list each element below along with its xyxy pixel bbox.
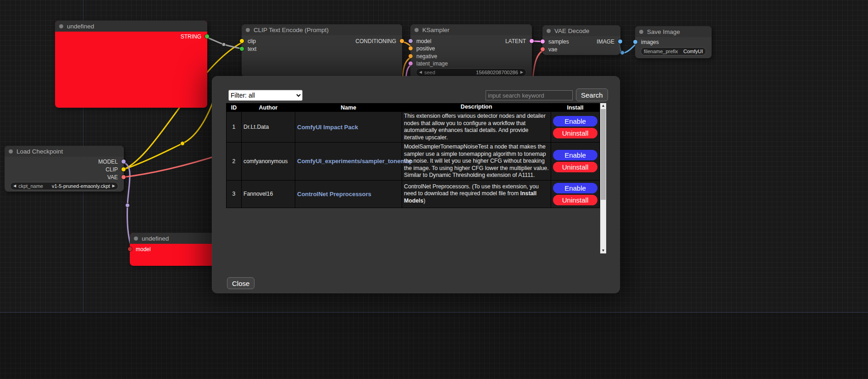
input-model[interactable]: model <box>130 246 221 253</box>
decrement-arrow-icon[interactable]: ◀ <box>13 184 16 188</box>
node-undefined-bottom[interactable]: undefined model <box>130 233 221 266</box>
extension-name-cell: ComfyUI Impact Pack <box>295 112 402 143</box>
header-description: Description <box>402 104 551 112</box>
node-header[interactable]: undefined <box>55 21 207 32</box>
node-header[interactable]: undefined <box>130 233 221 244</box>
seed-widget[interactable]: ◀ seed 156680208700286 ▶ <box>416 68 526 77</box>
extension-name-link[interactable]: ComfyUI Impact Pack <box>297 124 358 131</box>
extension-table-wrap: ID Author Name Description Install 1Dr.L… <box>226 103 606 253</box>
collapse-dot-icon[interactable] <box>9 149 13 154</box>
model-port-icon[interactable] <box>122 159 126 164</box>
port-label: VAE <box>107 174 118 181</box>
output-image[interactable]: IMAGE <box>542 38 620 45</box>
node-graph-canvas[interactable]: undefined STRING CLIP Text Encode (Promp… <box>0 0 868 379</box>
custom-nodes-manager-dialog: Filter: all Search ID Author Name Descri… <box>212 76 620 293</box>
extension-name-link[interactable]: ControlNet Preprocessors <box>297 191 371 198</box>
search-input[interactable] <box>486 90 573 100</box>
widget-value: v1-5-pruned-emaonly.ckpt <box>52 183 110 189</box>
filter-select[interactable]: Filter: all <box>228 90 303 101</box>
vae-port-icon[interactable] <box>122 175 126 179</box>
node-header[interactable]: Save Image <box>635 26 712 37</box>
reroute-dot-image[interactable] <box>620 51 625 55</box>
port-label: IMAGE <box>597 38 614 45</box>
description-text: This extension offers various detector n… <box>404 113 546 141</box>
node-clip-text-encode[interactable]: CLIP Text Encode (Prompt) clip text COND… <box>242 24 402 77</box>
latent-port-icon[interactable] <box>409 61 413 66</box>
output-string[interactable]: STRING <box>55 33 207 40</box>
table-scrollbar[interactable]: ▲ ▼ <box>600 103 606 253</box>
latent-port-icon[interactable] <box>530 39 534 43</box>
extension-description: ControlNet Preprocessors. (To use this e… <box>402 180 551 208</box>
port-label: latent_image <box>416 60 448 67</box>
search-button[interactable]: Search <box>576 88 608 101</box>
input-text[interactable]: text <box>242 45 402 53</box>
extension-install-cell: EnableUninstall <box>551 180 600 208</box>
node-undefined-top[interactable]: undefined STRING <box>55 21 207 108</box>
extension-row: 1Dr.Lt.DataComfyUI Impact PackThis exten… <box>227 112 600 143</box>
output-latent[interactable]: LATENT <box>410 38 532 45</box>
collapse-dot-icon[interactable] <box>415 28 419 32</box>
increment-arrow-icon[interactable]: ▶ <box>112 184 115 188</box>
output-model[interactable]: MODEL <box>5 158 124 165</box>
input-negative[interactable]: negative <box>410 53 532 60</box>
collapse-dot-icon[interactable] <box>547 29 551 33</box>
scrollbar-thumb[interactable] <box>601 109 606 200</box>
input-vae[interactable]: vae <box>542 46 620 53</box>
reroute-dot-string[interactable] <box>222 43 226 46</box>
input-latent-image[interactable]: latent_image <box>410 60 532 67</box>
enable-button[interactable]: Enable <box>553 116 597 126</box>
uninstall-button[interactable]: Uninstall <box>553 128 597 138</box>
clip-port-icon[interactable] <box>122 167 126 171</box>
node-load-checkpoint[interactable]: Load Checkpoint MODEL CLIP VAE ◀ ckpt_na… <box>5 146 124 192</box>
node-vae-decode[interactable]: VAE Decode samples vae IMAGE <box>542 25 620 55</box>
enable-button[interactable]: Enable <box>553 150 597 160</box>
string-port-icon[interactable] <box>240 47 244 51</box>
close-button[interactable]: Close <box>227 277 254 289</box>
input-positive[interactable]: positive <box>410 45 532 52</box>
output-conditioning[interactable]: CONDITIONING <box>242 38 402 45</box>
port-label: CONDITIONING <box>355 38 396 44</box>
conditioning-port-icon[interactable] <box>409 54 413 58</box>
uninstall-button[interactable]: Uninstall <box>553 162 597 172</box>
node-title: Load Checkpoint <box>17 148 63 155</box>
filename-prefix-widget[interactable]: filename_prefix ComfyUI <box>641 47 706 55</box>
node-header[interactable]: VAE Decode <box>542 25 620 36</box>
collapse-dot-icon[interactable] <box>59 24 63 28</box>
conditioning-port-icon[interactable] <box>400 39 404 43</box>
extension-id: 3 <box>227 180 242 208</box>
increment-arrow-icon[interactable]: ▶ <box>520 71 523 74</box>
reroute-dot-model[interactable] <box>126 203 130 208</box>
vae-port-icon[interactable] <box>541 47 545 51</box>
extension-name-cell: ComfyUI_experiments/sampler_tonemap <box>295 143 402 181</box>
port-label: positive <box>416 45 435 52</box>
collapse-dot-icon[interactable] <box>134 236 138 241</box>
collapse-dot-icon[interactable] <box>246 28 250 32</box>
conditioning-port-icon[interactable] <box>409 46 413 50</box>
image-port-icon[interactable] <box>633 40 637 44</box>
input-images[interactable]: images <box>635 38 712 46</box>
node-title: VAE Decode <box>554 27 589 34</box>
string-port-icon[interactable] <box>205 34 209 38</box>
scroll-down-icon[interactable]: ▼ <box>600 248 606 253</box>
model-port-icon[interactable] <box>128 247 132 251</box>
node-save-image[interactable]: Save Image images filename_prefix ComfyU… <box>635 26 712 58</box>
extension-install-cell: EnableUninstall <box>551 143 600 181</box>
collapse-dot-icon[interactable] <box>639 30 643 34</box>
enable-button[interactable]: Enable <box>553 183 597 193</box>
port-label: negative <box>416 53 437 60</box>
ckpt-name-widget[interactable]: ◀ ckpt_name v1-5-pruned-emaonly.ckpt ▶ <box>10 182 118 190</box>
scroll-up-icon[interactable]: ▲ <box>600 103 606 109</box>
image-port-icon[interactable] <box>618 39 622 44</box>
output-clip[interactable]: CLIP <box>5 166 124 173</box>
node-header[interactable]: CLIP Text Encode (Prompt) <box>242 24 402 35</box>
description-text: ControlNet Preprocessors. (To use this e… <box>404 183 539 197</box>
node-ksampler[interactable]: KSampler model positive negative latent_… <box>410 24 532 78</box>
uninstall-button[interactable]: Uninstall <box>553 195 597 205</box>
node-header[interactable]: Load Checkpoint <box>5 146 124 157</box>
reroute-dot-clip[interactable] <box>181 142 185 146</box>
node-header[interactable]: KSampler <box>410 24 532 35</box>
extension-name-link[interactable]: ComfyUI_experiments/sampler_tonemap <box>297 158 413 165</box>
decrement-arrow-icon[interactable]: ◀ <box>419 71 422 74</box>
output-vae[interactable]: VAE <box>5 174 124 181</box>
extension-install-cell: EnableUninstall <box>551 112 600 143</box>
